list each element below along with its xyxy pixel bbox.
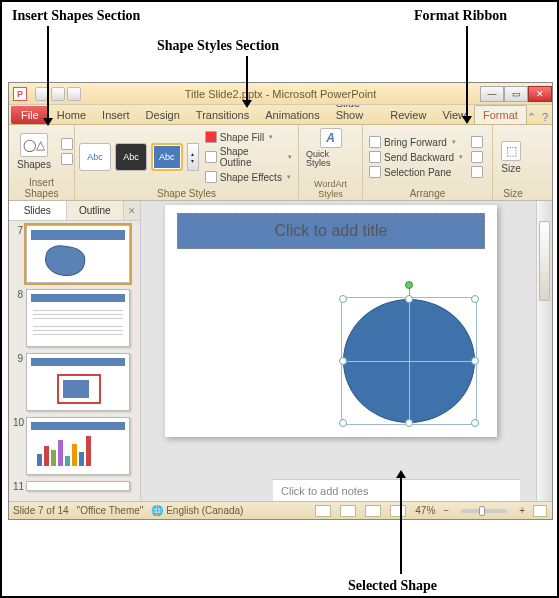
zoom-out-button[interactable]: −	[443, 505, 449, 516]
send-backward-icon	[369, 151, 381, 163]
help-icon[interactable]: ?	[542, 111, 548, 124]
view-slideshow-button[interactable]	[390, 505, 406, 517]
selection-pane-icon	[369, 166, 381, 178]
view-normal-button[interactable]	[315, 505, 331, 517]
group-icon	[471, 151, 483, 163]
window-title: Title Slide2.pptx - Microsoft PowerPoint	[185, 88, 377, 100]
resize-handle[interactable]	[471, 419, 479, 427]
tab-insert[interactable]: Insert	[94, 106, 138, 124]
shape-outline-button[interactable]: Shape Outline▾	[203, 145, 294, 169]
thumbnail-8[interactable]	[26, 289, 130, 347]
shape-effects-icon	[205, 171, 217, 183]
text-box-icon	[61, 153, 73, 165]
rotate-icon	[471, 166, 483, 178]
shape-effects-button[interactable]: Shape Effects▾	[203, 170, 294, 184]
selected-shape[interactable]	[343, 299, 475, 423]
thumbnail-11[interactable]	[26, 481, 130, 491]
zoom-in-button[interactable]: +	[519, 505, 525, 516]
shapes-label: Shapes	[17, 159, 51, 170]
style-thumb-2[interactable]: Abc	[115, 143, 147, 171]
resize-handle[interactable]	[339, 295, 347, 303]
workspace: Slides Outline ✕ 7 8	[9, 201, 552, 501]
shape-fill-button[interactable]: Shape Fill▾	[203, 130, 294, 144]
style-gallery-more[interactable]: ▴▾	[187, 143, 199, 171]
selection-pane-button[interactable]: Selection Pane	[367, 165, 465, 179]
text-box-button[interactable]	[59, 152, 75, 166]
thumbnail-7[interactable]	[26, 225, 130, 283]
group-label-size: Size	[497, 187, 529, 200]
tab-animations[interactable]: Animations	[257, 106, 327, 124]
annotation-shape-styles: Shape Styles Section	[157, 38, 279, 54]
minimize-button[interactable]: —	[480, 86, 504, 102]
thumbnail-9[interactable]	[26, 353, 130, 411]
shape-fill-icon	[205, 131, 217, 143]
zoom-level[interactable]: 47%	[415, 505, 435, 516]
app-window: P Title Slide2.pptx - Microsoft PowerPoi…	[8, 82, 553, 520]
ribbon: ◯△ Shapes Insert Shapes Abc Abc Abc ▴▾	[9, 125, 552, 201]
group-shape-styles: Abc Abc Abc ▴▾ Shape Fill▾ Shape Outline…	[75, 125, 299, 200]
title-placeholder[interactable]: Click to add title	[177, 213, 485, 249]
title-placeholder-text: Click to add title	[275, 222, 388, 240]
status-language[interactable]: 🌐 English (Canada)	[151, 505, 243, 516]
annotation-format-ribbon: Format Ribbon	[414, 8, 507, 24]
thumb-num: 7	[13, 225, 23, 236]
quick-styles-button[interactable]: A Quick Styles	[303, 127, 358, 169]
thumb-num: 9	[13, 353, 23, 364]
edit-shape-button[interactable]	[59, 137, 75, 151]
fit-to-window-button[interactable]	[533, 505, 547, 517]
app-icon: P	[13, 87, 27, 101]
vertical-scrollbar[interactable]	[536, 201, 552, 501]
slide-canvas[interactable]: Click to add title	[165, 205, 497, 437]
tab-design[interactable]: Design	[138, 106, 188, 124]
shape-outline-icon	[205, 151, 217, 163]
ribbon-minimize-icon[interactable]: ⌃	[527, 111, 536, 124]
side-tab-outline[interactable]: Outline	[67, 201, 125, 220]
resize-handle[interactable]	[339, 419, 347, 427]
annotation-selected-shape: Selected Shape	[348, 578, 437, 594]
style-thumb-3[interactable]: Abc	[151, 143, 183, 171]
view-sorter-button[interactable]	[340, 505, 356, 517]
close-button[interactable]: ✕	[528, 86, 552, 102]
bring-forward-button[interactable]: Bring Forward▾	[367, 135, 465, 149]
tab-transitions[interactable]: Transitions	[188, 106, 257, 124]
resize-handle[interactable]	[471, 295, 479, 303]
zoom-slider[interactable]	[461, 509, 507, 513]
size-button[interactable]: ⬚ Size	[497, 139, 525, 176]
thumb-num: 11	[13, 481, 23, 492]
status-theme: "Office Theme"	[77, 505, 144, 516]
resize-handle[interactable]	[339, 357, 347, 365]
shapes-icon: ◯△	[20, 133, 48, 157]
annotation-insert-shapes: Insert Shapes Section	[12, 8, 140, 24]
maximize-button[interactable]: ▭	[504, 86, 528, 102]
notes-pane[interactable]: Click to add notes	[273, 479, 520, 501]
edit-shape-icon	[61, 138, 73, 150]
send-backward-button[interactable]: Send Backward▾	[367, 150, 465, 164]
tab-home[interactable]: Home	[49, 106, 94, 124]
group-insert-shapes: ◯△ Shapes Insert Shapes	[9, 125, 75, 200]
tab-review[interactable]: Review	[382, 106, 434, 124]
status-slide-number: Slide 7 of 14	[13, 505, 69, 516]
shapes-button[interactable]: ◯△ Shapes	[13, 131, 55, 172]
tab-format[interactable]: Format	[474, 105, 527, 124]
group-label-insert-shapes: Insert Shapes	[13, 176, 70, 200]
view-reading-button[interactable]	[365, 505, 381, 517]
slide-area: Click to add title	[141, 201, 536, 501]
side-close-icon[interactable]: ✕	[124, 201, 140, 220]
qat-redo-icon[interactable]	[67, 87, 81, 101]
resize-handle[interactable]	[405, 295, 413, 303]
resize-handle[interactable]	[405, 419, 413, 427]
rotation-handle[interactable]	[405, 281, 413, 289]
style-thumb-1[interactable]: Abc	[79, 143, 111, 171]
rotate-button[interactable]	[469, 165, 485, 179]
side-panel: Slides Outline ✕ 7 8	[9, 201, 141, 501]
notes-placeholder: Click to add notes	[281, 485, 368, 497]
thumbnail-10[interactable]	[26, 417, 130, 475]
group-arrange: Bring Forward▾ Send Backward▾ Selection …	[363, 125, 493, 200]
qat-undo-icon[interactable]	[51, 87, 65, 101]
side-tab-slides[interactable]: Slides	[9, 201, 67, 220]
resize-handle[interactable]	[471, 357, 479, 365]
scrollbar-thumb[interactable]	[539, 221, 550, 301]
size-icon: ⬚	[501, 141, 521, 161]
group-button[interactable]	[469, 150, 485, 164]
align-button[interactable]	[469, 135, 485, 149]
